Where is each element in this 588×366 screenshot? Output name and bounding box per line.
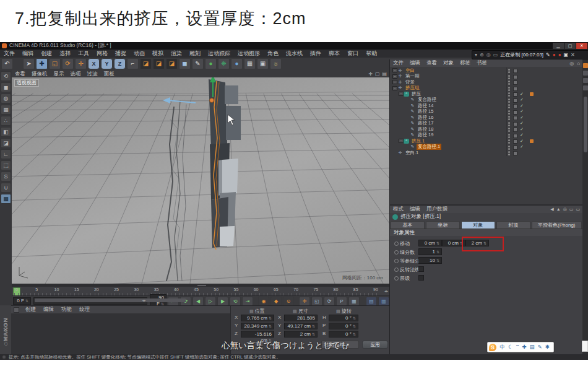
enable-checkmark[interactable] [520, 139, 524, 144]
keyframe-button[interactable]: ⊙ [283, 297, 294, 306]
mode-button[interactable]: ∟ [1, 149, 11, 159]
visibility-dots[interactable] [508, 122, 510, 124]
recorder-icon[interactable]: ▭ [493, 52, 498, 58]
ime-icon[interactable]: ✚ [522, 342, 526, 352]
attribute-menu-item[interactable]: 编辑 [407, 206, 423, 213]
layer-toggle[interactable] [513, 104, 517, 108]
layer-toggle[interactable] [513, 87, 517, 91]
iso-subdivision-field[interactable]: 10 [418, 257, 442, 264]
object-tree-row[interactable]: 空白.1 [390, 150, 582, 156]
layout-tab-active[interactable] [583, 63, 588, 68]
sogou-ime-toolbar[interactable]: S 中☾’”✚▤✎✱ [487, 342, 554, 352]
object-tree-row[interactable]: 挤压 [390, 91, 582, 97]
window-titlebar[interactable]: CINEMA 4D R16.011 Studio (RC16) - [源.* ]… [0, 42, 588, 50]
material-menu-item[interactable]: 创建 [22, 306, 40, 313]
enable-checkmark[interactable] [520, 92, 524, 97]
object-name[interactable]: 第一期 [404, 73, 421, 79]
enable-checkmark[interactable] [520, 97, 524, 102]
visibility-dots[interactable] [508, 75, 510, 77]
layout-tab[interactable] [583, 85, 588, 90]
object-name[interactable]: 挤压组 [404, 85, 421, 91]
ime-icon[interactable]: ✱ [545, 342, 550, 352]
object-tree-row[interactable]: 复合路径.1 [390, 144, 582, 150]
menu-item[interactable]: 捕捉 [111, 50, 130, 58]
layer-toggle[interactable] [513, 134, 517, 138]
move-z-field[interactable]: 2 cm [465, 240, 489, 246]
object-tree-row[interactable]: 第一期 [390, 74, 582, 80]
object-name[interactable]: 路径 16 [417, 115, 435, 121]
rotation-h-field[interactable]: 0 ° [329, 315, 358, 321]
visibility-dots[interactable] [508, 110, 510, 112]
keyframe-button[interactable]: ◆ [270, 297, 282, 306]
visibility-dots[interactable] [508, 98, 510, 100]
menu-item[interactable]: 模拟 [149, 50, 167, 58]
attribute-corner-icon[interactable]: ▭ [576, 207, 580, 212]
ime-icon[interactable]: ▤ [529, 342, 534, 352]
mode-button[interactable]: ∪ [1, 183, 11, 193]
maximize-button[interactable]: ▢ [564, 43, 576, 49]
toolbar-button[interactable]: ▣ [257, 58, 269, 69]
menu-item[interactable]: 帮助 [362, 50, 381, 58]
playback-button[interactable]: ◀ [192, 297, 204, 306]
expand-toggle[interactable] [399, 139, 404, 143]
toolbar-button[interactable]: ❋ [218, 58, 230, 69]
panel-scrollbar[interactable] [584, 97, 587, 152]
toolbar-button[interactable]: ⌐ [127, 58, 139, 69]
position-z-field[interactable]: -15.616 cm [241, 331, 274, 338]
viewport-canvas[interactable] [12, 70, 389, 284]
position-y-field[interactable]: 28.349 cm [241, 323, 274, 329]
object-name[interactable]: 挤压 [410, 91, 422, 97]
timeline-scrollbar[interactable]: ◂▸ [33, 297, 147, 305]
object-tree-row[interactable]: 路径 15 [390, 109, 582, 115]
toolbar-button[interactable]: ✎ [192, 58, 204, 69]
key-enable-button[interactable]: ▦ [348, 297, 360, 306]
toolbar-button[interactable]: ● [231, 58, 243, 69]
object-origin-handle[interactable] [210, 98, 214, 103]
visibility-dots[interactable] [508, 81, 510, 82]
perspective-viewport[interactable]: 查看摄像机显示选项过滤面板 ✛▢▤ 透视视图 [12, 70, 390, 284]
key-enable-button[interactable]: ◱ [311, 297, 322, 306]
material-menu-item[interactable]: 功能 [58, 306, 76, 313]
apply-button[interactable]: 应用 [362, 341, 388, 349]
material-manager[interactable]: 创建编辑功能纹理 [11, 305, 230, 355]
toolbar-button[interactable]: ◪ [166, 58, 178, 69]
mode-button[interactable]: ▦ [1, 105, 11, 115]
viewport-menu-item[interactable]: 面板 [101, 70, 118, 77]
object-name[interactable]: 复合路径.1 [417, 144, 441, 150]
visibility-dots[interactable] [508, 87, 510, 89]
subdivision-field[interactable]: 1 [418, 248, 442, 255]
menu-item[interactable]: 运动图形 [234, 50, 264, 58]
attribute-tab[interactable]: 平滑着色(Phong) [532, 221, 582, 229]
playback-button[interactable]: ▷ [205, 297, 216, 306]
layout-tab[interactable] [583, 71, 588, 76]
toolbar-button[interactable]: ✚ [36, 58, 48, 69]
layer-toggle[interactable] [513, 92, 517, 97]
param-bullet[interactable] [394, 242, 399, 246]
object-name[interactable]: 路径 17 [417, 120, 435, 126]
toolbar-button[interactable]: ▦ [244, 58, 256, 69]
enable-checkmark[interactable] [520, 121, 524, 126]
object-manager-menu-item[interactable]: 文件 [390, 59, 407, 67]
object-name[interactable]: 空白 [404, 68, 416, 74]
attribute-tab[interactable]: 封顶 [496, 221, 530, 229]
viewport-menu-item[interactable]: 过滤 [84, 70, 101, 77]
rotation-p-field[interactable]: 0 ° [329, 323, 358, 329]
ime-icon[interactable]: 中 [500, 342, 506, 352]
playback-button[interactable]: ⟲ [230, 297, 241, 306]
menu-item[interactable]: 渲染 [167, 50, 186, 58]
keyframe-button[interactable]: ◉ [258, 297, 269, 306]
object-manager-corner-icon[interactable]: ◎ [569, 61, 574, 66]
viewport-corner-icon[interactable]: ▤ [382, 71, 387, 77]
object-name[interactable]: 背景 [404, 79, 416, 85]
layer-toggle[interactable] [513, 98, 517, 103]
menu-item[interactable]: 工具 [74, 50, 93, 58]
toolbar-button[interactable]: ● [205, 58, 217, 69]
layer-toggle[interactable] [513, 69, 517, 73]
material-menu-item[interactable]: 编辑 [40, 306, 58, 313]
layer-toggle[interactable] [513, 146, 517, 150]
mode-button[interactable]: S [1, 172, 11, 181]
expand-toggle[interactable] [392, 68, 397, 72]
layer-toggle[interactable] [513, 110, 517, 115]
object-tree-row[interactable]: 路径 18 [390, 126, 582, 133]
attribute-corner-icon[interactable]: ▭ [569, 207, 574, 212]
